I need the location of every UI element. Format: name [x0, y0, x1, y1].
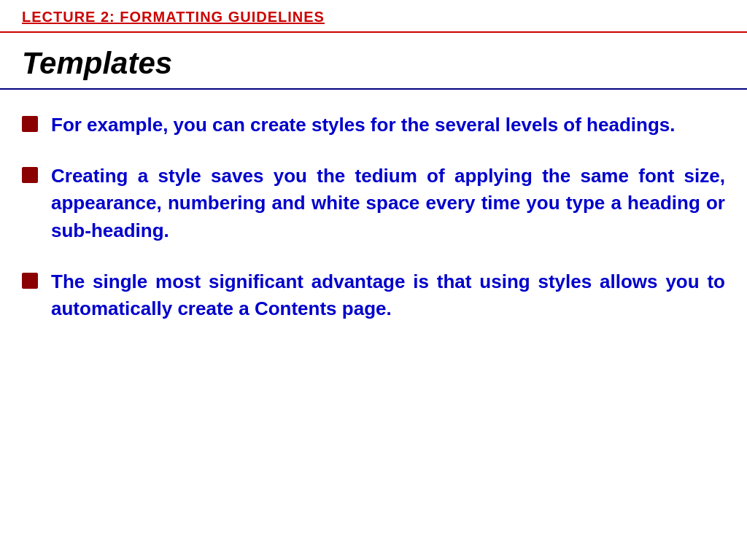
- header-bar: LECTURE 2: FORMATTING GUIDELINES: [0, 0, 747, 33]
- bullet-text-3: The single most significant advantage is…: [51, 268, 725, 323]
- bullet-text-1: For example, you can create styles for t…: [51, 112, 725, 139]
- bullet-icon-2: [22, 167, 38, 183]
- slide-title-section: Templates: [0, 33, 747, 90]
- slide-title: Templates: [22, 46, 725, 81]
- header-title: LECTURE 2: FORMATTING GUIDELINES: [22, 9, 325, 25]
- bullet-icon-1: [22, 116, 38, 132]
- bullet-item-1: For example, you can create styles for t…: [22, 112, 725, 139]
- bullet-item-3: The single most significant advantage is…: [22, 268, 725, 323]
- bullet-text-2: Creating a style saves you the tedium of…: [51, 163, 725, 245]
- bullet-item-2: Creating a style saves you the tedium of…: [22, 163, 725, 245]
- content-area: For example, you can create styles for t…: [0, 90, 747, 361]
- bullet-icon-3: [22, 273, 38, 289]
- slide-container: LECTURE 2: FORMATTING GUIDELINES Templat…: [0, 0, 747, 560]
